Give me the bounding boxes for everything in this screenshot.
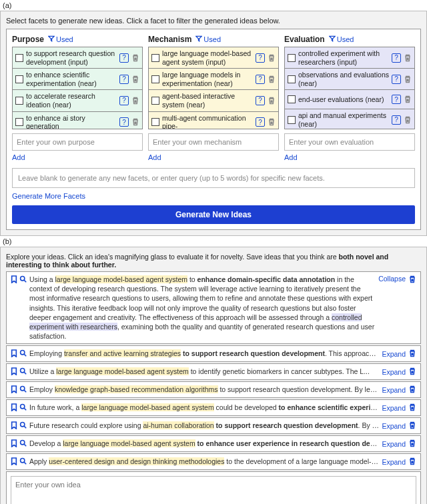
evaluation-facet-item[interactable]: controlled experiment with researchers (… [284, 47, 415, 69]
magnifier-icon[interactable] [19, 275, 27, 284]
idea-text: In future work, a large language model-b… [29, 403, 379, 413]
trash-icon[interactable] [408, 421, 416, 429]
facet-checkbox[interactable] [288, 95, 296, 103]
magnifier-icon[interactable] [19, 457, 27, 466]
facet-help-icon[interactable]: ? [392, 115, 401, 125]
trash-icon[interactable] [268, 54, 276, 62]
mechanism-facet-item[interactable]: large language models in experimentation… [148, 68, 279, 90]
trash-icon[interactable] [408, 367, 416, 375]
purpose-facet-item[interactable]: to support research question development… [12, 47, 143, 69]
trash-icon[interactable] [404, 54, 412, 62]
facet-checkbox[interactable] [151, 75, 159, 83]
facet-query-input[interactable]: Leave blank to generate any new facets, … [12, 168, 415, 188]
magnifier-icon[interactable] [19, 349, 27, 358]
filter-label: Used [56, 35, 73, 43]
facets-panel: Select facets to generate new ideas. Cli… [0, 11, 427, 236]
mechanism-facet-item[interactable]: agent-based interactive system (near) ? [148, 89, 279, 111]
generate-new-ideas-button[interactable]: Generate New Ideas [12, 205, 415, 224]
facet-checkbox[interactable] [151, 54, 159, 62]
bookmark-icon[interactable] [11, 403, 17, 413]
bookmark-icon[interactable] [11, 275, 17, 285]
facet-checkbox[interactable] [288, 116, 296, 124]
facet-text: controlled experiment with researchers (… [298, 49, 389, 66]
magnifier-icon[interactable] [19, 403, 27, 412]
funnel-icon [195, 35, 202, 43]
trash-icon[interactable] [131, 97, 139, 105]
purpose-filter-used[interactable]: Used [48, 35, 73, 43]
trash-icon[interactable] [404, 95, 412, 103]
facet-checkbox[interactable] [15, 75, 23, 83]
bookmark-icon[interactable] [11, 457, 17, 467]
trash-icon[interactable] [268, 118, 276, 126]
magnifier-icon[interactable] [19, 439, 27, 448]
expand-link[interactable]: Expand [382, 458, 406, 466]
mechanism-own-input[interactable]: Enter your own mechanism [148, 133, 279, 151]
evaluation-facet-item[interactable]: api and manual experiments (near) ? [284, 109, 415, 129]
facet-help-icon[interactable]: ? [392, 95, 401, 104]
magnifier-icon[interactable] [19, 367, 27, 376]
facet-help-icon[interactable]: ? [256, 53, 265, 63]
expand-link[interactable]: Expand [382, 404, 406, 412]
facet-help-icon[interactable]: ? [119, 117, 129, 127]
facet-help-icon[interactable]: ? [119, 96, 129, 105]
mechanism-filter-used[interactable]: Used [195, 35, 221, 43]
bookmark-icon[interactable] [11, 349, 17, 359]
facet-help-icon[interactable]: ? [256, 117, 265, 127]
evaluation-own-input[interactable]: Enter your own evaluation [284, 133, 415, 151]
generate-more-facets-link[interactable]: Generate More Facets [12, 192, 85, 200]
facet-help-icon[interactable]: ? [392, 75, 401, 84]
mechanism-title: Mechanism [148, 35, 191, 44]
purpose-own-input[interactable]: Enter your own purpose [12, 133, 143, 151]
mechanism-add-link[interactable]: Add [148, 153, 161, 161]
evaluation-filter-used[interactable]: Used [329, 35, 354, 43]
trash-icon[interactable] [268, 97, 276, 105]
evaluation-add-link[interactable]: Add [284, 153, 298, 161]
expand-link[interactable]: Expand [382, 386, 406, 394]
magnifier-icon[interactable] [19, 385, 27, 394]
facet-help-icon[interactable]: ? [256, 96, 265, 105]
bookmark-icon[interactable] [11, 367, 17, 377]
expand-link[interactable]: Expand [382, 368, 406, 376]
mechanism-facet-item[interactable]: large language model-based agent system … [148, 47, 279, 69]
bookmark-icon[interactable] [11, 421, 17, 431]
trash-icon[interactable] [408, 275, 416, 283]
facet-help-icon[interactable]: ? [119, 75, 129, 84]
facet-checkbox[interactable] [288, 54, 296, 62]
facet-checkbox[interactable] [288, 75, 296, 83]
facet-checkbox[interactable] [15, 118, 23, 126]
facet-checkbox[interactable] [151, 97, 159, 105]
facet-checkbox[interactable] [15, 54, 23, 62]
mechanism-facet-item[interactable]: multi-agent communication pipe- ? [148, 111, 279, 129]
purpose-facet-item[interactable]: to accelerate research ideation (near) ? [12, 89, 143, 111]
magnifier-icon[interactable] [19, 421, 27, 430]
facet-checkbox[interactable] [151, 118, 159, 126]
collapse-link[interactable]: Collapse [378, 275, 406, 283]
expand-link[interactable]: Expand [382, 350, 406, 358]
facet-checkbox[interactable] [15, 97, 23, 105]
trash-icon[interactable] [131, 118, 139, 126]
purpose-facet-item[interactable]: to enhance scientific experimentation (n… [12, 68, 143, 90]
facet-help-icon[interactable]: ? [392, 53, 401, 63]
trash-icon[interactable] [408, 439, 416, 447]
expand-link[interactable]: Expand [382, 440, 406, 448]
facet-help-icon[interactable]: ? [119, 53, 129, 63]
trash-icon[interactable] [404, 75, 412, 83]
trash-icon[interactable] [408, 349, 416, 357]
purpose-facet-item[interactable]: to enhance ai story generation ? [12, 111, 143, 129]
trash-icon[interactable] [408, 385, 416, 393]
trash-icon[interactable] [131, 54, 139, 62]
facet-help-icon[interactable]: ? [256, 75, 265, 84]
bookmark-icon[interactable] [11, 439, 17, 449]
trash-icon[interactable] [268, 75, 276, 83]
bookmark-icon[interactable] [11, 385, 17, 395]
trash-icon[interactable] [408, 457, 416, 465]
evaluation-facet-item[interactable]: observations and evaluations (near) ? [284, 68, 415, 90]
expand-link[interactable]: Expand [382, 422, 406, 430]
trash-icon[interactable] [131, 75, 139, 83]
evaluation-column: Evaluation Used controlled experiment wi… [284, 35, 415, 161]
evaluation-facet-item[interactable]: end-user evaluations (near) ? [284, 89, 415, 109]
trash-icon[interactable] [404, 116, 412, 124]
own-idea-textarea[interactable] [11, 476, 416, 504]
purpose-add-link[interactable]: Add [12, 153, 25, 161]
trash-icon[interactable] [408, 403, 416, 411]
